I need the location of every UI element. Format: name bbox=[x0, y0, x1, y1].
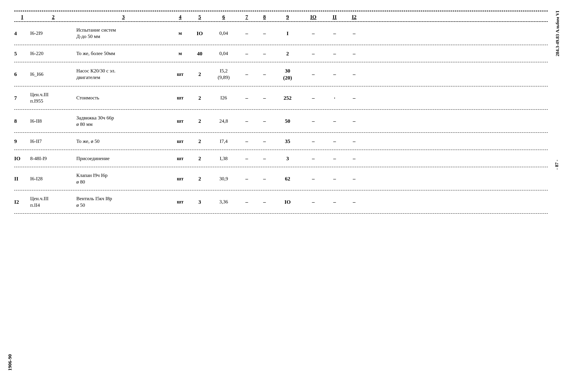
header-col-3: 3 bbox=[76, 14, 170, 20]
row-number: 9 bbox=[14, 138, 30, 145]
row-val12: – bbox=[344, 94, 364, 101]
row-description: Задвижка 30ч 66р ø 80 мм bbox=[76, 115, 170, 127]
table-body: 4I6-2I9Испытание систем Д-до 50 мммIO0,0… bbox=[14, 22, 548, 214]
row-val9: 50 bbox=[273, 117, 302, 124]
row-unit: шт bbox=[170, 155, 190, 162]
row-val9: 2 bbox=[273, 50, 302, 57]
table-row: III6-I28Клапан I9ч I6р ø 80шт230,9––62––… bbox=[14, 167, 548, 190]
row-unit: шт bbox=[170, 175, 190, 182]
row-qty: 2 bbox=[190, 94, 210, 101]
row-val10: – bbox=[302, 175, 325, 182]
row-val12: – bbox=[344, 30, 364, 37]
row-number: 7 bbox=[14, 94, 30, 101]
row-number: 6 bbox=[14, 71, 30, 78]
row-val6: 24,8 bbox=[210, 118, 238, 124]
row-unit: м bbox=[170, 30, 190, 36]
row-val9: 252 bbox=[273, 94, 302, 101]
row-unit: шт bbox=[170, 199, 190, 205]
header-col-5: 5 bbox=[190, 14, 210, 20]
row-description: Стоимость bbox=[76, 95, 170, 101]
row-val6: 3,36 bbox=[210, 199, 238, 205]
row-val10: – bbox=[302, 198, 325, 205]
table-row: IO8-48I-I9Присоединениешт2I,38––3––– bbox=[14, 150, 548, 167]
row-val9: 3 bbox=[273, 155, 302, 162]
header-col-10: IO bbox=[302, 14, 325, 20]
header-col-12: I2 bbox=[344, 14, 364, 20]
table-row: 4I6-2I9Испытание систем Д-до 50 мммIO0,0… bbox=[14, 22, 548, 45]
row-description: Вентиль I5кч I8р ø 50 bbox=[76, 195, 170, 208]
side-label-top: 284.3-49.83 Альбом VI bbox=[555, 11, 560, 57]
row-code: I6_I66 bbox=[30, 71, 76, 77]
row-code: I6-220 bbox=[30, 50, 76, 57]
row-qty: 2 bbox=[190, 71, 210, 78]
header-col-2: 2 bbox=[30, 14, 76, 20]
header-col-4: 4 bbox=[170, 14, 190, 20]
row-description: Присоединение bbox=[76, 155, 170, 162]
row-val7: – bbox=[238, 71, 256, 78]
row-val11: – bbox=[325, 175, 344, 182]
row-val7: – bbox=[238, 94, 256, 101]
page-container: I 2 3 4 5 6 7 8 9 IO II I2 4I6-2I9Испыта… bbox=[0, 0, 562, 392]
row-description: Испытание систем Д-до 50 мм bbox=[76, 27, 170, 40]
table-row: 6I6_I66Насос К20/30 с эл. двигателемшт2I… bbox=[14, 62, 548, 86]
row-val11: – bbox=[325, 30, 344, 37]
row-val6: 0,04 bbox=[210, 30, 238, 36]
row-val6: I26 bbox=[210, 95, 238, 101]
row-val11: – bbox=[325, 117, 344, 124]
row-code: I6-I28 bbox=[30, 175, 76, 182]
row-val12: – bbox=[344, 117, 364, 124]
header-col-8: 8 bbox=[256, 14, 273, 20]
row-code: Цен.ч.III п.II4 bbox=[30, 195, 76, 208]
row-val11: – bbox=[325, 71, 344, 78]
row-val11: – bbox=[325, 155, 344, 162]
row-val7: – bbox=[238, 138, 256, 145]
table-header: I 2 3 4 5 6 7 8 9 IO II I2 bbox=[14, 14, 548, 22]
row-unit: шт bbox=[170, 71, 190, 77]
row-val6: I7,4 bbox=[210, 138, 238, 144]
row-val12: – bbox=[344, 155, 364, 162]
row-val8: – bbox=[256, 71, 273, 78]
row-unit: шт bbox=[170, 118, 190, 124]
row-qty: 2 bbox=[190, 117, 210, 124]
row-number: 8 bbox=[14, 117, 30, 124]
bottom-left-label: 1906-90 bbox=[7, 354, 13, 371]
row-val12: – bbox=[344, 71, 364, 78]
row-val6: 0,04 bbox=[210, 50, 238, 57]
row-code: 8-48I-I9 bbox=[30, 155, 76, 162]
table-row: I2Цен.ч.III п.II4Вентиль I5кч I8р ø 50шт… bbox=[14, 190, 548, 214]
row-qty: 2 bbox=[190, 138, 210, 145]
row-unit: шт bbox=[170, 138, 190, 144]
row-val11: – bbox=[325, 198, 344, 205]
row-val12: – bbox=[344, 175, 364, 182]
row-val12: – bbox=[344, 138, 364, 145]
row-number: 5 bbox=[14, 50, 30, 57]
table-row: 5I6-220То же, более 50ммм400,04––2––– bbox=[14, 45, 548, 62]
row-number: I2 bbox=[14, 198, 30, 205]
row-qty: 40 bbox=[190, 50, 210, 57]
row-val9: 35 bbox=[273, 138, 302, 145]
row-val8: – bbox=[256, 138, 273, 145]
row-val10: – bbox=[302, 30, 325, 37]
row-val7: – bbox=[238, 175, 256, 182]
row-val8: – bbox=[256, 117, 273, 124]
row-val7: – bbox=[238, 117, 256, 124]
row-description: То же, более 50мм bbox=[76, 50, 170, 57]
row-number: IO bbox=[14, 155, 30, 162]
row-val10: – bbox=[302, 94, 325, 101]
row-val10: – bbox=[302, 155, 325, 162]
row-val8: – bbox=[256, 50, 273, 57]
side-label-bottom: - 87 - bbox=[554, 160, 560, 170]
row-code: I6-2I9 bbox=[30, 30, 76, 36]
row-val6: 30,9 bbox=[210, 175, 238, 182]
row-description: Насос К20/30 с эл. двигателем bbox=[76, 68, 170, 81]
row-val12: – bbox=[344, 198, 364, 205]
row-val7: – bbox=[238, 30, 256, 37]
row-code: I6-II8 bbox=[30, 118, 76, 124]
table-row: 7Цен.ч.III п.I955Стоимостьшт2I26––252–·– bbox=[14, 86, 548, 110]
row-qty: IO bbox=[190, 30, 210, 37]
row-val9: 30 (20) bbox=[273, 67, 302, 81]
row-description: Клапан I9ч I6р ø 80 bbox=[76, 172, 170, 185]
row-val7: – bbox=[238, 50, 256, 57]
row-val10: – bbox=[302, 138, 325, 145]
row-unit: шт bbox=[170, 95, 190, 101]
